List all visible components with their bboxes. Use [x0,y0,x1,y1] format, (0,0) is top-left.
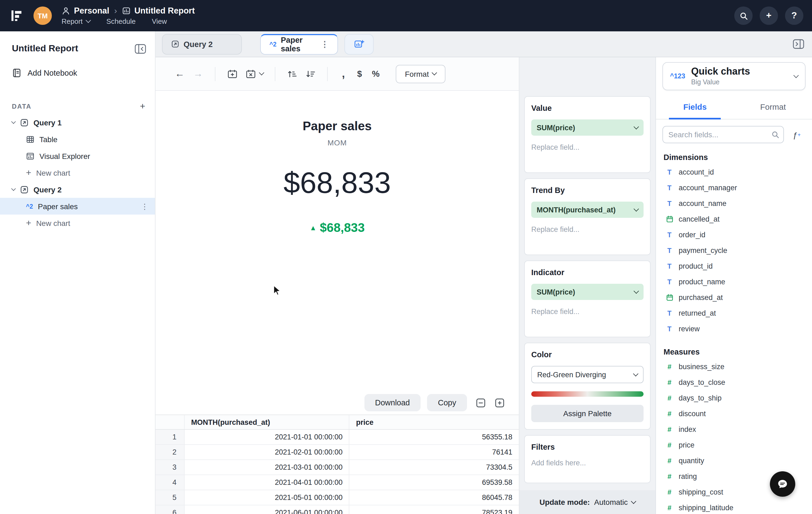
chevron-down-icon[interactable] [11,186,16,191]
measure-item[interactable]: # quantity [656,453,812,468]
workspace-name[interactable]: Personal [74,6,109,16]
chevron-down-icon [432,70,437,75]
mode-logo[interactable] [7,6,26,25]
dimension-item[interactable]: T account_id [656,164,812,180]
measure-item[interactable]: # days_to_close [656,375,812,390]
data-section-label: DATA [12,102,32,110]
toolbar-divider [215,67,215,81]
person-icon [62,6,70,15]
user-avatar[interactable]: TM [33,6,52,25]
tab-fields[interactable]: Fields [656,94,734,119]
dimension-item[interactable]: T order_id [656,227,812,243]
search-button[interactable] [734,6,753,25]
menu-schedule[interactable]: Schedule [106,17,136,25]
chevron-down-icon [631,498,636,504]
indicator-replace-dropzone[interactable]: Replace field... [531,307,643,330]
chevron-down-icon[interactable] [11,119,16,124]
value-card-title: Value [531,104,643,112]
new-chart-tab-button[interactable] [344,34,374,54]
color-card-title: Color [531,350,643,359]
sidebar-item-new-chart-query2[interactable]: + New chart [0,215,155,231]
trend-by-replace-dropzone[interactable]: Replace field... [531,225,643,247]
sort-descending-button[interactable] [301,64,320,83]
menu-view[interactable]: View [152,17,167,25]
sidebar-item-query2[interactable]: Query 2 [0,181,155,198]
expand-table-button[interactable] [495,398,505,408]
kebab-menu-icon[interactable]: ⋮ [321,39,329,49]
calendar-plus-icon [227,69,237,79]
add-button[interactable]: + [760,6,778,25]
undo-button[interactable]: ← [171,64,189,83]
expand-panel-button[interactable] [792,39,805,49]
percent-format-button[interactable]: % [368,69,384,79]
dimension-item[interactable]: T review [656,321,812,337]
collapse-sidebar-button[interactable] [135,44,146,54]
chat-support-button[interactable] [770,471,795,497]
menu-report[interactable]: Report [62,17,90,25]
month-cell: 2021-04-01 00:00:00 [185,475,350,490]
measure-item[interactable]: # index [656,422,812,437]
sidebar-item-query1[interactable]: Query 1 [0,114,155,131]
column-header-price[interactable]: price [350,415,519,429]
assign-palette-button[interactable]: Assign Palette [531,405,643,422]
sidebar-item-table[interactable]: Table [0,131,155,147]
measure-item[interactable]: # price [656,437,812,453]
remove-date-column-button[interactable] [241,64,267,83]
trend-by-field-pill[interactable]: MONTH(purchased_at) [531,201,643,218]
measure-item[interactable]: # discount [656,406,812,422]
breadcrumb-separator: › [114,6,117,16]
value-field-pill[interactable]: SUM(price) [531,119,643,136]
column-header-month[interactable]: MONTH(purchased_at) [185,415,350,429]
measure-item[interactable]: # business_size [656,359,812,375]
dimension-item[interactable]: purchased_at [656,290,812,305]
sidebar-item-visual-explorer[interactable]: Visual Explorer [0,147,155,164]
add-notebook-button[interactable]: Add Notebook [0,64,155,82]
search-fields-input[interactable] [663,126,784,143]
chart-config-pane: Value SUM(price) Replace field... Trend … [519,57,656,514]
color-palette-select[interactable]: Red-Green Diverging [531,366,643,383]
dimension-item[interactable]: T product_id [656,259,812,274]
dimension-item[interactable]: T account_name [656,196,812,211]
query-icon [20,118,29,127]
price-cell: 56355.18 [350,430,519,444]
add-formula-button[interactable]: ƒ+ [788,126,806,143]
measure-item[interactable]: # days_to_ship [656,390,812,406]
dimension-item[interactable]: T account_manager [656,180,812,196]
tab-query2[interactable]: Query 2 [162,34,242,54]
big-value-chart-icon: ^123 [670,73,685,80]
currency-format-button[interactable]: $ [351,69,368,79]
thousands-separator-button[interactable]: , [335,67,351,80]
add-data-button[interactable]: + [140,102,145,111]
value-replace-dropzone[interactable]: Replace field... [531,143,643,165]
dimension-item[interactable]: T product_name [656,274,812,290]
help-button[interactable]: ? [785,6,803,25]
sort-ascending-button[interactable] [283,64,301,83]
number-type-icon: # [666,504,673,512]
tab-paper-sales[interactable]: ^2 Paper sales ⋮ [260,34,338,54]
collapse-table-button[interactable] [476,398,486,408]
sidebar-item-paper-sales[interactable]: ^2 Paper sales ⋮ [0,198,155,215]
dimension-item[interactable]: cancelled_at [656,211,812,227]
chevron-down-icon [634,124,639,129]
copy-button[interactable]: Copy [427,394,467,411]
add-date-column-button[interactable] [223,64,241,83]
report-title[interactable]: Untitled Report [135,6,195,16]
indicator-field-pill[interactable]: SUM(price) [531,284,643,300]
measure-item[interactable]: # shipping_latitude [656,500,812,514]
calendar-clear-icon [245,69,256,79]
sidebar-item-new-chart-query1[interactable]: + New chart [0,164,155,181]
dimension-item[interactable]: T returned_at [656,305,812,321]
dimension-item[interactable]: T payment_cycle [656,243,812,259]
download-button[interactable]: Download [364,394,420,411]
chart-tab-bar: Query 2 ^2 Paper sales ⋮ [155,31,812,57]
row-index: 2 [155,445,185,459]
format-button[interactable]: Format [396,64,446,83]
tab-format[interactable]: Format [734,94,812,119]
filters-dropzone[interactable]: Add fields here... [531,459,643,476]
minimize-icon [476,398,486,408]
trend-by-card-title: Trend By [531,186,643,195]
redo-button[interactable]: → [189,64,207,83]
kebab-menu-icon[interactable]: ⋮ [141,202,148,211]
chart-type-selector[interactable]: ^123 Quick charts Big Value [663,62,806,90]
update-mode-select[interactable]: Automatic [594,498,635,507]
